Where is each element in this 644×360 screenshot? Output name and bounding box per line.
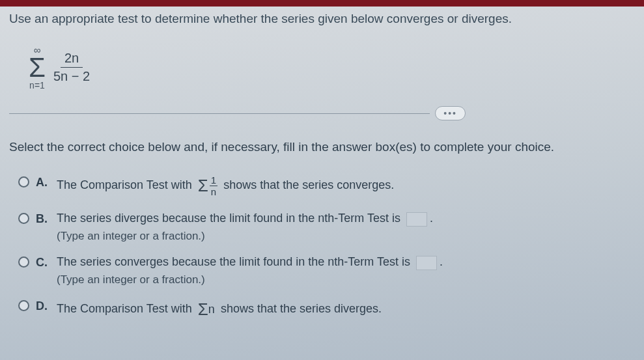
option-b-hint: (Type an integer or a fraction.)	[57, 228, 635, 244]
radio-a[interactable]	[18, 176, 29, 187]
option-b-letter: B.	[36, 212, 50, 226]
question-prompt: Use an appropriate test to determine whe…	[9, 12, 635, 26]
option-c: C. The series converges because the limi…	[18, 254, 635, 287]
option-c-text: The series converges because the limit f…	[57, 255, 410, 268]
instruction-text: Select the correct choice below and, if …	[9, 140, 635, 154]
more-button[interactable]: •••	[435, 106, 466, 120]
option-d-text-post: shows that the series diverges.	[221, 302, 382, 315]
option-b-answer-input[interactable]	[406, 212, 427, 227]
option-d-sum: Σn	[198, 298, 215, 321]
option-b-text: The series diverges because the limit fo…	[57, 212, 400, 225]
section-divider: •••	[9, 106, 635, 120]
option-a-text-pre: The Comparison Test with	[57, 178, 192, 191]
series-formula: ∞ Σ n=1 2n 5n − 2	[29, 44, 635, 90]
fraction-numerator: 2n	[61, 51, 83, 68]
option-c-hint: (Type an integer or a fraction.)	[57, 272, 635, 288]
answer-options: A. The Comparison Test with Σ 1 n shows …	[18, 174, 635, 322]
option-c-answer-input[interactable]	[416, 256, 437, 270]
option-a-text-post: shows that the series converges.	[223, 178, 394, 191]
sigma-symbol: Σ	[29, 55, 46, 80]
radio-d[interactable]	[18, 300, 29, 311]
option-d: D. The Comparison Test with Σn shows tha…	[18, 298, 635, 321]
option-d-letter: D.	[36, 299, 50, 313]
option-b: B. The series diverges because the limit…	[18, 210, 635, 243]
option-d-text-pre: The Comparison Test with	[57, 302, 192, 315]
option-a-letter: A.	[36, 176, 50, 189]
option-a-sum: Σ 1 n	[198, 174, 217, 197]
option-c-letter: C.	[36, 256, 50, 270]
radio-c[interactable]	[18, 256, 29, 268]
fraction-denominator: 5n − 2	[52, 68, 91, 84]
option-a: A. The Comparison Test with Σ 1 n shows …	[18, 174, 635, 197]
radio-b[interactable]	[18, 213, 29, 224]
sum-lower-limit: n=1	[29, 80, 45, 90]
